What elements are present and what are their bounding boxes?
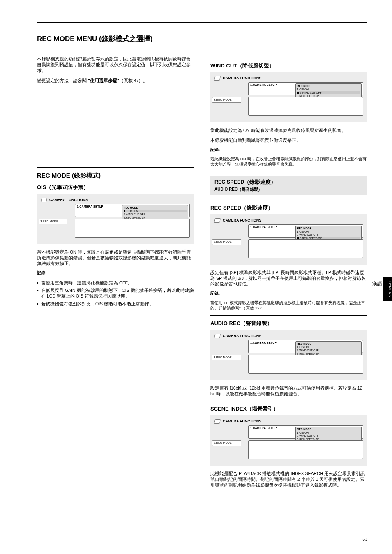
feature-windcut-desc2: 本錄影機能自動判斷風聲強度並做適度修正。 (210, 137, 367, 143)
figure-title: CAMERA FUNCTIONS (223, 334, 261, 338)
menu-row: 2.WIND CUT OFF (297, 434, 360, 437)
menu-row: 1.OIS ON (124, 210, 187, 212)
tag-icon (214, 76, 221, 81)
menu-pane-lower (248, 97, 363, 116)
cursor-dot-icon (297, 237, 299, 239)
menu-row: 2.WIND CUT OFF (297, 233, 360, 236)
menu-connector-label: 2.REC MODE (212, 97, 241, 103)
menu-pane-upper: 1.CAMERA SETUP REC MODE 1.OIS ON 2.WIND … (75, 204, 190, 217)
menu-row: 1.OIS ON (297, 346, 360, 349)
intro-para-2: 變更設定的方法，請參閱 "使用選單步驟"（頁數 47）。 (37, 78, 194, 83)
chapter-label-cn: 漢語 (372, 280, 382, 287)
subpane-head: REC MODE (124, 206, 187, 209)
figure-title: CAMERA FUNCTIONS (49, 198, 88, 202)
figure-title: CAMERA FUNCTIONS (223, 419, 261, 423)
left-column: 本錄影機支援的功能都屬於暫存式的設定，因此當電源關閉後再被開啟時都會自動恢復到預… (37, 56, 194, 492)
right-column: WIND CUT（降低風切聲） CAMERA FUNCTIONS 2.REC M… (210, 56, 367, 492)
tag-icon (41, 198, 47, 202)
feature-ois-desc: 當本機能設定為 ON 時，無論是在廣角或是望遠拍攝狀態下都能有效消除手震所造成影… (37, 249, 194, 267)
cursor-dot-icon (297, 92, 299, 94)
menu-figure-ois: CAMERA FUNCTIONS 2.REC MODE 1.CAMERA SET… (37, 194, 194, 244)
menu-row-text: 1.OIS ON (297, 88, 309, 91)
note-text: 當使用 LP 模式錄影之磁帶在其他廠牌的播放機上播放時可能會有失真現像，這是正常… (210, 300, 367, 311)
menu-figure-audiorec: CAMERA FUNCTIONS 2.REC MODE 1.CAMERA SET… (210, 330, 367, 380)
tag-icon (214, 419, 221, 424)
note-label: 記錄: (210, 147, 367, 152)
feature-bar-sub: AUDIO REC（聲音錄製） (214, 187, 363, 192)
note-list: 當使用三角架時，建議將此機能設定為 OFF。 在低照度且 GAIN 機能被啟用的… (37, 280, 194, 307)
menu-row-text: 1.OIS ON (297, 346, 309, 349)
side-chapter-tab: CAMERA (383, 277, 392, 301)
menu-row: 1.OIS ON (297, 88, 360, 91)
note-item: 當使用三角架時，建議將此機能設定為 OFF。 (37, 280, 194, 286)
feature-ois-title: OIS（光學式防手震） (37, 184, 194, 191)
page-title: REC MODE MENU (錄影模式之選擇) (37, 34, 367, 44)
menu-figure-recspeed: CAMERA FUNCTIONS 2.REC MODE 1.CAMERA SET… (210, 214, 367, 265)
feature-recspeed-desc: 設定值有 [SP] 標準錄影模式與 [LP] 長時間錄影模式兩種。LP 模式時磁… (210, 270, 367, 287)
intro-bold: "使用選單步驟" (88, 78, 119, 83)
menu-connector-label: 2.REC MODE (39, 219, 67, 224)
section-rule (210, 58, 367, 58)
feature-audiorec-title: AUDIO REC（聲音錄製） (210, 320, 367, 327)
menu-connector-label: 2.REC MODE (212, 355, 241, 360)
note-item: 若被攝物體有強烈的對比，OIS 機能可能不能正常動作。 (37, 301, 194, 307)
feature-windcut-title: WIND CUT（降低風切聲） (210, 62, 367, 69)
cursor-dot-icon (124, 210, 125, 212)
section-rule (210, 200, 367, 200)
section-rule (210, 401, 367, 401)
menu-pane-lower (248, 355, 363, 374)
feature-windcut-desc1: 當此機能設定為 ON 時能有效過濾掉麥克風收錄風聲所產生的雜音。 (210, 127, 367, 133)
intro-para-1: 本錄影機支援的功能都屬於暫存式的設定，因此當電源關閉後再被開啟時都會自動恢復到預… (37, 56, 194, 74)
menu-row-text: 1.OIS ON (127, 210, 138, 212)
note-label: 記錄: (210, 291, 367, 296)
menu-pane-lower (75, 219, 190, 238)
menu-pane-upper: 1.CAMERA SETUP REC MODE 1.OIS ON 2.WIND … (248, 340, 363, 353)
intro-text: 變更設定的方法，請參閱 (37, 78, 88, 83)
feature-bar-title: REC SPEED（錄影速度） (214, 179, 363, 186)
intro-ref: （頁數 47）。 (119, 78, 148, 83)
page-number: 53 (362, 537, 367, 542)
menu-row: 2.WIND CUT OFF (297, 91, 360, 94)
page-top-rule (37, 21, 367, 23)
feature-sceneindex-desc: 此機能是配合 PLAYBACK 播放模式裡的 INDEX SEARCH 用來設定… (210, 471, 367, 488)
section-rule (210, 315, 367, 316)
feature-recspeed-title: REC SPEED（錄影速度） (210, 204, 367, 212)
subpane-head: REC MODE (297, 342, 360, 345)
menu-pane-upper: 1.CAMERA SETUP REC MODE 1.OIS ON 2.WIND … (248, 425, 363, 439)
menu-connector-label: 2.REC MODE (212, 239, 241, 245)
menu-connector-label: 2.REC MODE (212, 440, 241, 446)
menu-row: 2.WIND CUT OFF (297, 349, 360, 352)
tag-icon (214, 218, 221, 223)
tag-icon (214, 334, 221, 338)
rec-mode-heading: REC MODE (錄影模式) (37, 172, 194, 180)
menu-row-text: 2.WIND CUT OFF (300, 91, 322, 94)
feature-sceneindex-title: SCENE INDEX（場景索引） (210, 405, 367, 413)
menu-row-text: 1.OIS ON (297, 431, 309, 434)
section-rule (37, 167, 194, 168)
menu-row-text: 2.WIND CUT OFF (297, 349, 319, 352)
feature-bar-recspeed-audio: REC SPEED（錄影速度） AUDIO REC（聲音錄製） (210, 176, 367, 195)
figure-title: CAMERA FUNCTIONS (223, 76, 261, 80)
menu-pane-lower (248, 239, 363, 258)
menu-row: 1.OIS ON (297, 230, 360, 233)
note-item: 在低照度且 GAIN 機能被啟用的狀態下，OIS 機能效果將變弱，所以此時建議在… (37, 287, 194, 299)
menu-pane-upper: 1.CAMERA SETUP REC MODE 1.OIS ON 2.WIND … (248, 82, 363, 95)
subpane-head: REC MODE (297, 227, 360, 230)
feature-audiorec-desc: 設定值有 [16bit] 或 [12bit] 兩種數位錄音的方式可供使用者選擇。… (210, 385, 367, 397)
subpane-head: REC MODE (297, 85, 360, 88)
menu-row-text: 1.OIS ON (297, 230, 309, 233)
subpane-head: REC MODE (297, 428, 360, 431)
menu-row-text: 2.WIND CUT OFF (297, 233, 319, 236)
note-label: 記錄: (37, 270, 194, 276)
figure-title: CAMERA FUNCTIONS (223, 218, 261, 222)
menu-row-text: 2.WIND CUT OFF (297, 434, 319, 437)
note-text: 若此機能設定為 ON 時，在收音上會稍微削減低頻的部份，對實際正常使用上並不會有… (210, 157, 367, 167)
menu-pane-lower (248, 440, 363, 459)
menu-figure-sceneindex: CAMERA FUNCTIONS 2.REC MODE 1.CAMERA SET… (210, 415, 367, 466)
menu-row: 2.WIND CUT OFF (124, 213, 187, 216)
menu-pane-upper: 1.CAMERA SETUP REC MODE 1.OIS ON 2.WIND … (248, 224, 363, 238)
menu-row-text: 2.WIND CUT OFF (124, 213, 145, 216)
menu-row: 1.OIS ON (297, 431, 360, 434)
menu-figure-windcut: CAMERA FUNCTIONS 2.REC MODE 1.CAMERA SET… (210, 72, 367, 122)
